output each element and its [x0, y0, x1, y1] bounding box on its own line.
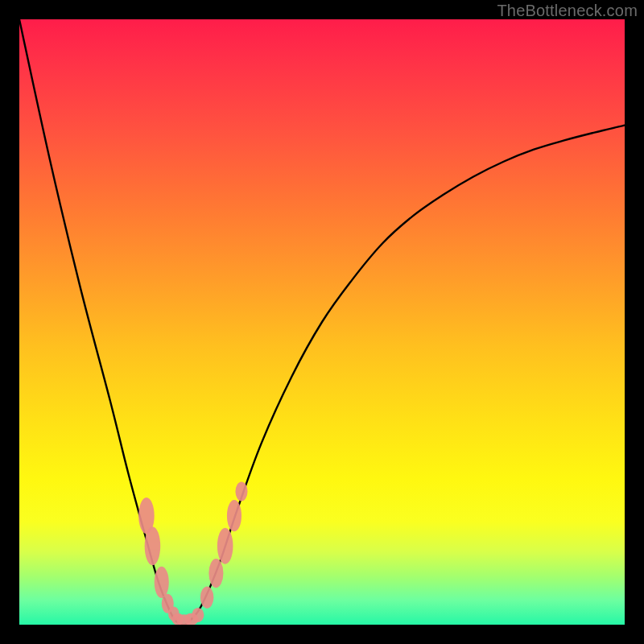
marker-right-cluster-top [235, 482, 247, 502]
plot-area [19, 19, 625, 625]
marker-right-cluster-mid-b [217, 528, 233, 564]
marker-right-cluster-low [200, 587, 214, 609]
bottleneck-curve [19, 19, 625, 625]
marker-right-cluster-mid-a [208, 559, 223, 588]
watermark-text: TheBottleneck.com [497, 2, 638, 20]
marker-right-cluster-high [227, 500, 242, 531]
chart-frame: TheBottleneck.com [0, 0, 644, 644]
curve-layer [19, 19, 625, 625]
marker-bottom-d [192, 608, 204, 622]
marker-left-cluster-mid-a [145, 526, 161, 565]
marker-left-cluster-mid-b [155, 567, 169, 598]
curve-markers [138, 482, 247, 625]
